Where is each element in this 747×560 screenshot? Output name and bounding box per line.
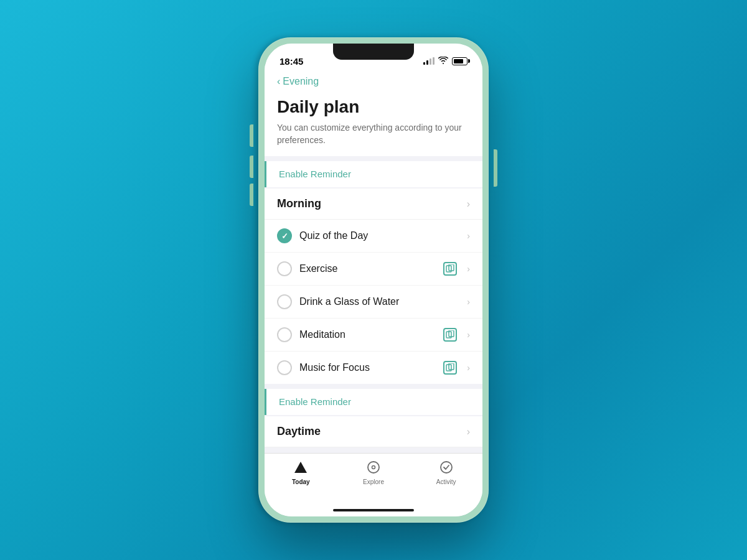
morning-task-list: Quiz of the Day › Exercise [265,220,482,384]
daytime-section-header[interactable]: Daytime › [265,416,482,447]
task-chevron-exercise: › [467,264,470,274]
task-item-exercise[interactable]: Exercise › [265,253,482,286]
task-checkbox-exercise[interactable] [277,261,292,276]
status-icons [423,57,467,66]
svg-point-7 [368,462,379,473]
tab-explore[interactable]: Explore [337,459,410,485]
task-badge-exercise [443,262,457,276]
svg-marker-6 [294,462,307,473]
task-name-meditation: Meditation [299,329,436,340]
tab-today-label: Today [292,478,310,485]
phone-outer: 18:45 [258,37,489,523]
svg-point-8 [372,466,375,469]
page-header: Daily plan You can customize everything … [265,92,482,156]
activity-icon [438,459,455,476]
daytime-section-title: Daytime [277,425,321,438]
svg-point-9 [441,462,452,473]
task-name-quiz: Quiz of the Day [299,230,459,241]
task-checkbox-quiz[interactable] [277,228,292,243]
status-time: 18:45 [280,56,303,67]
task-chevron-water: › [467,297,470,307]
daytime-chevron-icon: › [467,426,470,437]
task-item-quiz[interactable]: Quiz of the Day › [265,220,482,253]
tab-today[interactable]: Today [265,459,337,485]
morning-chevron-icon: › [467,198,470,210]
wifi-icon [438,57,448,66]
morning-enable-reminder-container: Enable Reminder [265,161,482,187]
task-item-music[interactable]: Music for Focus › [265,352,482,384]
tab-bar: Today Explore [265,453,482,504]
morning-section-title: Morning [277,197,321,210]
home-indicator [265,504,482,516]
task-item-water[interactable]: Drink a Glass of Water › [265,286,482,319]
task-chevron-meditation: › [467,330,470,340]
back-arrow-icon: ‹ [277,76,280,87]
phone-inner: 18:45 [265,44,482,516]
page-subtitle: You can customize everything according t… [277,122,470,146]
tab-activity[interactable]: Activity [410,459,482,485]
morning-enable-reminder[interactable]: Enable Reminder [279,169,351,179]
task-checkbox-water[interactable] [277,294,292,309]
task-checkbox-meditation[interactable] [277,327,292,342]
back-nav[interactable]: ‹ Evening [265,71,482,92]
back-label: Evening [283,76,319,87]
task-chevron-music: › [467,363,470,373]
task-name-exercise: Exercise [299,263,436,274]
signal-icon [423,57,435,65]
daytime-enable-reminder[interactable]: Enable Reminder [279,396,351,407]
morning-section-header[interactable]: Morning › [265,189,482,220]
task-chevron-quiz: › [467,231,470,241]
task-badge-music [443,361,457,375]
page-title: Daily plan [277,97,470,117]
task-name-water: Drink a Glass of Water [299,296,459,307]
task-badge-meditation [443,328,457,342]
tab-explore-label: Explore [363,478,384,485]
content-area: ‹ Evening Daily plan You can customize e… [265,71,482,516]
task-name-music: Music for Focus [299,362,436,373]
task-item-meditation[interactable]: Meditation › [265,319,482,352]
task-checkbox-music[interactable] [277,360,292,375]
battery-icon [452,57,467,65]
daytime-enable-reminder-container: Enable Reminder [265,389,482,415]
explore-icon [365,459,382,476]
notch [333,44,414,60]
tab-activity-label: Activity [436,478,456,485]
home-bar [333,509,414,511]
today-icon [292,459,309,476]
